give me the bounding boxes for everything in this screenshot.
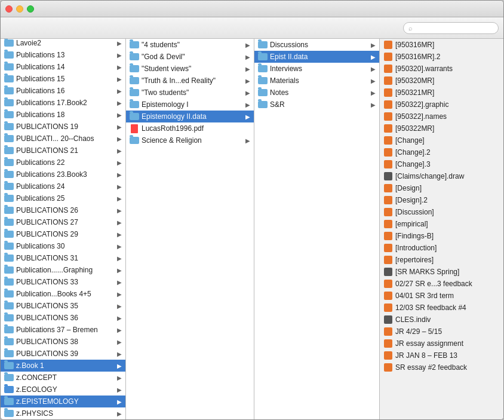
list-item[interactable]: 12/03 SR feedback #4 bbox=[380, 302, 503, 314]
list-item[interactable]: Publications 25▶ bbox=[1, 192, 125, 204]
list-item[interactable]: Publications 37 – Bremen▶ bbox=[1, 324, 125, 336]
list-item[interactable]: Publication...Books 4+5▶ bbox=[1, 288, 125, 300]
list-item[interactable]: PUBLICATIONS 38▶ bbox=[1, 336, 125, 348]
list-item[interactable]: [Design] bbox=[380, 182, 503, 194]
list-item[interactable]: JR JAN 8 – FEB 13 bbox=[380, 350, 503, 361]
list-item[interactable]: PUBLICATIONS 35▶ bbox=[1, 300, 125, 312]
list-item[interactable]: [950322].names bbox=[380, 111, 503, 122]
list-item[interactable]: z.PHYSICS▶ bbox=[1, 407, 125, 419]
list-item[interactable]: Lavoie2▶ bbox=[1, 39, 125, 49]
list-item[interactable]: "4 students"▶ bbox=[126, 39, 254, 51]
list-item[interactable]: PUBLICATIONS 19▶ bbox=[1, 121, 125, 133]
item-label: [repertoires] bbox=[395, 256, 502, 264]
list-item[interactable]: z.EPISTEMOLOGY▶ bbox=[1, 396, 125, 407]
list-item[interactable]: [950322].graphic bbox=[380, 99, 503, 111]
list-item[interactable]: Notes▶ bbox=[254, 87, 379, 99]
folder-icon bbox=[130, 52, 139, 62]
search-input[interactable] bbox=[415, 24, 493, 32]
list-item[interactable]: S&R▶ bbox=[254, 99, 379, 111]
list-item[interactable]: [Discussion] bbox=[380, 206, 503, 218]
item-label: [empirical] bbox=[395, 220, 502, 228]
file-icon bbox=[383, 76, 393, 85]
list-item[interactable]: [950320].warrants bbox=[380, 63, 503, 75]
list-item[interactable]: [Change].2 bbox=[380, 146, 503, 158]
list-item[interactable]: JR 4/29 – 5/15 bbox=[380, 326, 503, 338]
list-item[interactable]: Interviews▶ bbox=[254, 63, 379, 75]
list-item[interactable]: CLES.indiv bbox=[380, 314, 503, 326]
list-item[interactable]: Science & Religion▶ bbox=[126, 134, 254, 146]
folder-icon bbox=[4, 62, 14, 72]
list-item[interactable]: PUBLICATIONS 21▶ bbox=[1, 145, 125, 157]
item-label: 12/03 SR feedback #4 bbox=[395, 303, 502, 312]
list-item[interactable]: "Student views"▶ bbox=[126, 63, 254, 75]
list-item[interactable]: Publications 14▶ bbox=[1, 61, 125, 73]
list-item[interactable]: [950322MR] bbox=[380, 122, 503, 134]
list-item[interactable]: Epist II.data▶ bbox=[254, 51, 379, 63]
list-item[interactable]: PUBLICATIONS 27▶ bbox=[1, 216, 125, 228]
list-item[interactable]: [950320MR] bbox=[380, 75, 503, 87]
list-item[interactable]: [Change].3 bbox=[380, 158, 503, 170]
list-item[interactable]: SR essay #2 feedback bbox=[380, 361, 503, 373]
list-item[interactable]: LucasRoth1996.pdf bbox=[126, 122, 254, 134]
list-item[interactable]: [empirical] bbox=[380, 218, 503, 230]
list-item[interactable]: [950321MR] bbox=[380, 87, 503, 99]
list-item[interactable]: Publications 16▶ bbox=[1, 85, 125, 97]
item-label: [Claims/change].draw bbox=[395, 172, 502, 180]
list-item[interactable]: "Truth & In...ed Reality"▶ bbox=[126, 75, 254, 87]
list-item[interactable]: [950316MR] bbox=[380, 39, 503, 51]
list-item[interactable]: PUBLICATIONS 29▶ bbox=[1, 228, 125, 240]
list-item[interactable]: Publications 13▶ bbox=[1, 49, 125, 61]
list-item[interactable]: "God & Devil"▶ bbox=[126, 51, 254, 63]
list-item[interactable]: Publication......Graphing▶ bbox=[1, 264, 125, 276]
list-item[interactable]: z.CONCEPT▶ bbox=[1, 372, 125, 384]
list-item[interactable]: Publications 18▶ bbox=[1, 109, 125, 121]
list-item[interactable]: [Change] bbox=[380, 134, 503, 146]
file-icon bbox=[383, 64, 393, 73]
close-button[interactable] bbox=[5, 5, 13, 13]
list-item[interactable]: PUBLICATIONS 39▶ bbox=[1, 348, 125, 360]
list-item[interactable]: [Findings-B] bbox=[380, 230, 503, 242]
list-item[interactable]: Publications 17.Book2▶ bbox=[1, 97, 125, 109]
item-label: PUBLICATIONS 31 bbox=[16, 254, 117, 262]
list-item[interactable]: [repertoires] bbox=[380, 254, 503, 266]
list-item[interactable]: Materials▶ bbox=[254, 75, 379, 87]
list-item[interactable]: 04/01 SR 3rd term bbox=[380, 290, 503, 302]
list-item[interactable]: Publications 15▶ bbox=[1, 73, 125, 85]
item-label: z.PHYSICS bbox=[16, 409, 117, 418]
item-label: z.CONCEPT bbox=[16, 373, 117, 382]
list-item[interactable]: Epistemology I▶ bbox=[126, 99, 254, 111]
disclosure-arrow: ▶ bbox=[245, 90, 250, 96]
disclosure-arrow: ▶ bbox=[117, 363, 122, 369]
list-item[interactable]: PUBLICATIONS 36▶ bbox=[1, 312, 125, 324]
list-item[interactable]: Publications 30▶ bbox=[1, 240, 125, 252]
list-item[interactable]: 02/27 SR e...3 feedback bbox=[380, 278, 503, 290]
list-item[interactable]: PUBLICATIONS 26▶ bbox=[1, 204, 125, 216]
list-item[interactable]: Publications 24▶ bbox=[1, 180, 125, 192]
search-box[interactable]: ⌕ bbox=[403, 22, 499, 34]
list-item[interactable]: "Two students"▶ bbox=[126, 87, 254, 99]
list-item[interactable]: Epistemology II.data▶ bbox=[126, 111, 254, 122]
list-item[interactable]: z.Book 1▶ bbox=[1, 360, 125, 372]
list-item[interactable]: [Claims/change].draw bbox=[380, 170, 503, 182]
traffic-lights bbox=[5, 5, 34, 13]
list-item[interactable]: Publications 23.Book3▶ bbox=[1, 168, 125, 180]
item-label: [950322].names bbox=[395, 112, 502, 121]
list-item[interactable]: Discussions▶ bbox=[254, 39, 379, 51]
item-label: JR 4/29 – 5/15 bbox=[395, 327, 502, 336]
list-item[interactable]: [Design].2 bbox=[380, 194, 503, 206]
minimize-button[interactable] bbox=[16, 5, 23, 13]
list-item[interactable]: PUBLICATIONS 33▶ bbox=[1, 276, 125, 288]
list-item[interactable]: [950316MR].2 bbox=[380, 51, 503, 63]
titlebar bbox=[1, 1, 503, 17]
list-item[interactable]: [SR MARKS Spring] bbox=[380, 266, 503, 278]
list-item[interactable]: JR essay assignment bbox=[380, 338, 503, 350]
maximize-button[interactable] bbox=[27, 5, 34, 13]
disclosure-arrow: ▶ bbox=[117, 195, 122, 202]
list-item[interactable]: PUBLICATIONS 31▶ bbox=[1, 252, 125, 264]
list-item[interactable]: [Introduction] bbox=[380, 242, 503, 254]
list-item[interactable]: Publications 22▶ bbox=[1, 157, 125, 168]
list-item[interactable]: PUBLICATI... 20--Chaos▶ bbox=[1, 133, 125, 145]
item-label: CLES.indiv bbox=[395, 315, 502, 324]
list-item[interactable]: z.ECOLOGY▶ bbox=[1, 384, 125, 396]
disclosure-arrow: ▶ bbox=[371, 102, 376, 108]
